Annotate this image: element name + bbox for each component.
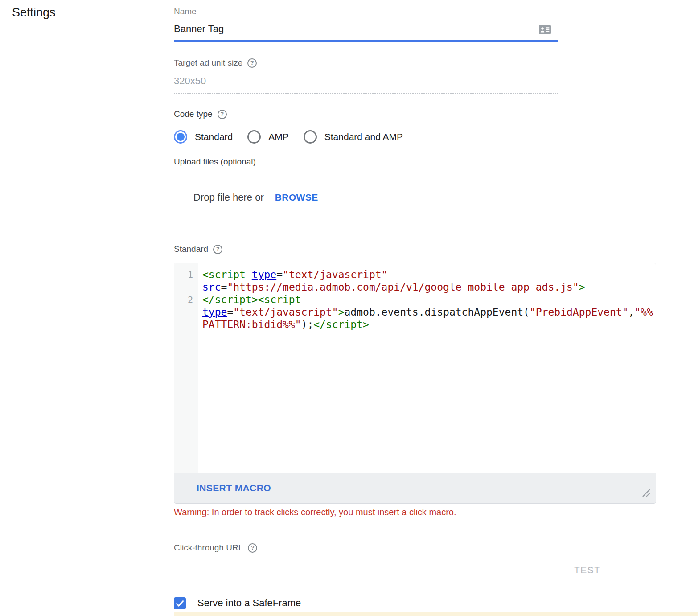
click-through-label: Click-through URL xyxy=(174,543,243,553)
code-type-label-row: Code type ? xyxy=(174,109,698,119)
name-input[interactable] xyxy=(174,22,558,42)
radio-selected-icon[interactable] xyxy=(174,130,187,144)
help-icon[interactable]: ? xyxy=(248,543,257,553)
checkmark-icon xyxy=(176,600,184,607)
radio-label: Standard and AMP xyxy=(324,131,403,142)
line-number: 1 xyxy=(174,268,198,293)
test-button[interactable]: TEST xyxy=(574,565,601,575)
code-editor-footer: INSERT MACRO xyxy=(174,473,656,503)
file-drop-zone[interactable]: Drop file here or BROWSE xyxy=(174,191,698,204)
click-through-input[interactable] xyxy=(174,566,558,577)
help-icon[interactable]: ? xyxy=(247,58,257,68)
standard-label-row: Standard ? xyxy=(174,244,698,254)
settings-form: Name Target ad unit size ? 320x50 Code t… xyxy=(174,0,698,616)
code-text: <script type="text/javascript" src="http… xyxy=(198,268,656,293)
click-through-label-row: Click-through URL ? xyxy=(174,543,698,553)
name-field xyxy=(174,22,558,42)
code-editor: 1<script type="text/javascript" src="htt… xyxy=(174,263,656,504)
radio-option-amp[interactable]: AMP xyxy=(247,130,289,144)
radio-option-standard[interactable]: Standard xyxy=(174,130,233,144)
target-size-label: Target ad unit size xyxy=(174,58,242,68)
code-type-radio-group: StandardAMPStandard and AMP xyxy=(174,130,698,144)
upload-label: Upload files (optional) xyxy=(174,157,698,167)
code-type-label: Code type xyxy=(174,109,213,119)
insert-macro-button[interactable]: INSERT MACRO xyxy=(197,483,271,493)
radio-label: Standard xyxy=(195,131,233,142)
radio-unselected-icon[interactable] xyxy=(304,130,317,144)
contact-card-icon xyxy=(539,25,551,36)
browse-button[interactable]: BROWSE xyxy=(275,192,318,203)
resize-handle-icon[interactable] xyxy=(641,488,651,499)
line-number: 2 xyxy=(174,293,198,331)
code-line: 1<script type="text/javascript" src="htt… xyxy=(174,268,656,293)
drop-text: Drop file here or xyxy=(193,192,264,203)
click-through-field: TEST xyxy=(174,553,558,580)
code-editor-textarea[interactable]: 1<script type="text/javascript" src="htt… xyxy=(174,263,656,473)
radio-unselected-icon[interactable] xyxy=(247,130,261,144)
help-icon[interactable]: ? xyxy=(218,110,227,119)
code-text: </script><script type="text/javascript">… xyxy=(198,293,656,331)
help-icon[interactable]: ? xyxy=(213,245,222,254)
standard-label: Standard xyxy=(174,244,208,254)
radio-option-standard-and-amp[interactable]: Standard and AMP xyxy=(304,130,403,144)
notice-bar xyxy=(174,612,698,616)
warning-text: Warning: In order to track clicks correc… xyxy=(174,507,698,517)
code-line: 2</script><script type="text/javascript"… xyxy=(174,293,656,331)
code-lines: 1<script type="text/javascript" src="htt… xyxy=(174,268,656,331)
safeframe-row: Serve into a SafeFrame xyxy=(174,596,698,610)
target-size-value: 320x50 xyxy=(174,76,558,94)
target-size-label-row: Target ad unit size ? xyxy=(174,58,698,68)
name-label: Name xyxy=(174,7,698,16)
page-title: Settings xyxy=(12,6,56,20)
safeframe-checkbox[interactable] xyxy=(174,597,186,609)
safeframe-label: Serve into a SafeFrame xyxy=(197,597,301,609)
radio-label: AMP xyxy=(268,131,289,142)
